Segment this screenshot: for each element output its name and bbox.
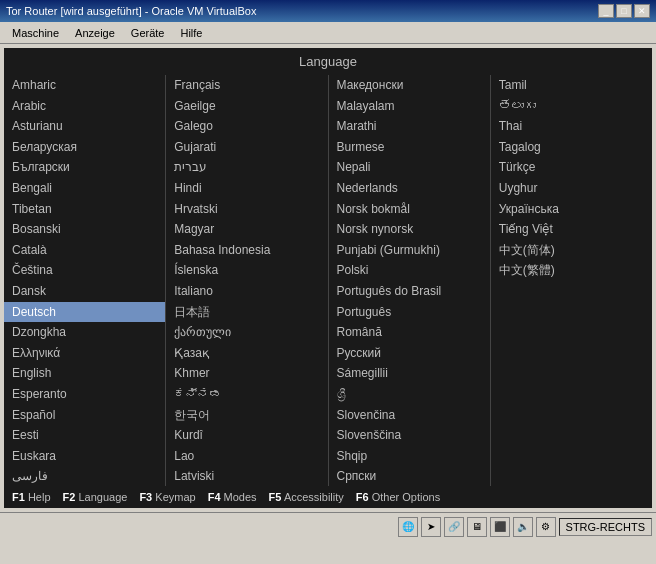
list-item[interactable]: Tiếng Việt: [491, 219, 652, 240]
list-item[interactable]: Українська: [491, 199, 652, 220]
menu-geraete[interactable]: Geräte: [123, 25, 173, 41]
list-item[interactable]: Bosanski: [4, 219, 165, 240]
fn-help[interactable]: F1 Help: [12, 491, 61, 503]
menu-anzeige[interactable]: Anzeige: [67, 25, 123, 41]
list-item[interactable]: Tibetan: [4, 199, 165, 220]
list-item[interactable]: Galego: [166, 116, 327, 137]
taskbar-icon-arrow[interactable]: ➤: [421, 517, 441, 537]
list-item[interactable]: עברית: [166, 157, 327, 178]
list-item[interactable]: Khmer: [166, 363, 327, 384]
list-item[interactable]: 中文(简体): [491, 240, 652, 261]
list-item[interactable]: Eesti: [4, 425, 165, 446]
list-item[interactable]: Euskara: [4, 446, 165, 467]
list-item[interactable]: Nederlands: [329, 178, 490, 199]
taskbar-icon-sound[interactable]: 🔈: [513, 517, 533, 537]
menu-bar: Maschine Anzeige Geräte Hilfe: [0, 22, 656, 44]
list-item[interactable]: ශ්‍රී: [329, 384, 490, 405]
list-item[interactable]: Türkçe: [491, 157, 652, 178]
list-item[interactable]: Íslenska: [166, 260, 327, 281]
language-column-4: Tamil తెలుగు Thai Tagalog Türkçe Uyghur …: [491, 75, 652, 486]
fn-other-options[interactable]: F6 Other Options: [356, 491, 450, 503]
menu-hilfe[interactable]: Hilfe: [172, 25, 210, 41]
list-item[interactable]: 한국어: [166, 405, 327, 426]
list-item[interactable]: Română: [329, 322, 490, 343]
language-list: Amharic Arabic Asturianu Беларуская Бълг…: [4, 75, 652, 486]
list-item[interactable]: Српски: [329, 466, 490, 486]
list-item[interactable]: Uyghur: [491, 178, 652, 199]
list-item[interactable]: Slovenščina: [329, 425, 490, 446]
list-item[interactable]: Sámegillii: [329, 363, 490, 384]
list-item[interactable]: Hrvatski: [166, 199, 327, 220]
list-item[interactable]: ქართული: [166, 322, 327, 343]
taskbar-time: STRG-RECHTS: [559, 518, 652, 536]
fn-accessibility[interactable]: F5 Accessibility: [269, 491, 354, 503]
list-item[interactable]: Русский: [329, 343, 490, 364]
language-column-2: Français Gaeilge Galego Gujarati עברית H…: [166, 75, 328, 486]
list-item[interactable]: Tamil: [491, 75, 652, 96]
language-header: Language: [4, 48, 652, 75]
list-item[interactable]: Marathi: [329, 116, 490, 137]
list-item[interactable]: Hindi: [166, 178, 327, 199]
fn-keymap[interactable]: F3 Keymap: [139, 491, 205, 503]
list-item[interactable]: Gujarati: [166, 137, 327, 158]
list-item[interactable]: Shqip: [329, 446, 490, 467]
list-item[interactable]: Lao: [166, 446, 327, 467]
list-item[interactable]: Italiano: [166, 281, 327, 302]
list-item[interactable]: Български: [4, 157, 165, 178]
list-item[interactable]: Português do Brasil: [329, 281, 490, 302]
list-item[interactable]: Македонски: [329, 75, 490, 96]
title-bar-text: Tor Router [wird ausgeführt] - Oracle VM…: [6, 5, 256, 17]
list-item[interactable]: Kurdî: [166, 425, 327, 446]
list-item[interactable]: Gaeilge: [166, 96, 327, 117]
list-item[interactable]: Thai: [491, 116, 652, 137]
menu-maschine[interactable]: Maschine: [4, 25, 67, 41]
list-item[interactable]: Magyar: [166, 219, 327, 240]
list-item[interactable]: Burmese: [329, 137, 490, 158]
maximize-button[interactable]: □: [616, 4, 632, 18]
taskbar-icon-display[interactable]: 🖥: [467, 517, 487, 537]
list-item[interactable]: Қазақ: [166, 343, 327, 364]
fn-modes[interactable]: F4 Modes: [208, 491, 267, 503]
list-item[interactable]: Bahasa Indonesia: [166, 240, 327, 261]
list-item[interactable]: Norsk bokmål: [329, 199, 490, 220]
list-item[interactable]: Čeština: [4, 260, 165, 281]
taskbar-icon-link[interactable]: 🔗: [444, 517, 464, 537]
list-item[interactable]: فارسی: [4, 466, 165, 486]
close-button[interactable]: ✕: [634, 4, 650, 18]
list-item[interactable]: Português: [329, 302, 490, 323]
fn-language[interactable]: F2 Language: [63, 491, 138, 503]
minimize-button[interactable]: _: [598, 4, 614, 18]
main-content: Language Amharic Arabic Asturianu Белару…: [4, 48, 652, 508]
list-item[interactable]: Беларуская: [4, 137, 165, 158]
list-item[interactable]: ಕನ್ನಡ: [166, 384, 327, 405]
list-item[interactable]: English: [4, 363, 165, 384]
taskbar-icon-network[interactable]: 🌐: [398, 517, 418, 537]
list-item[interactable]: Punjabi (Gurmukhi): [329, 240, 490, 261]
list-item[interactable]: Norsk nynorsk: [329, 219, 490, 240]
list-item[interactable]: Latviski: [166, 466, 327, 486]
list-item[interactable]: Slovenčina: [329, 405, 490, 426]
list-item[interactable]: Dzongkha: [4, 322, 165, 343]
taskbar-icon-usb[interactable]: ⬛: [490, 517, 510, 537]
title-bar-buttons[interactable]: _ □ ✕: [598, 4, 650, 18]
list-item[interactable]: Tagalog: [491, 137, 652, 158]
list-item[interactable]: తెలుగు: [491, 96, 652, 117]
list-item[interactable]: Nepali: [329, 157, 490, 178]
list-item[interactable]: Arabic: [4, 96, 165, 117]
list-item[interactable]: Dansk: [4, 281, 165, 302]
list-item[interactable]: Español: [4, 405, 165, 426]
language-column-3: Македонски Malayalam Marathi Burmese Nep…: [329, 75, 491, 486]
list-item[interactable]: Ελληνικά: [4, 343, 165, 364]
list-item[interactable]: 中文(繁體): [491, 260, 652, 281]
taskbar-icon-settings[interactable]: ⚙: [536, 517, 556, 537]
list-item[interactable]: Français: [166, 75, 327, 96]
list-item[interactable]: Català: [4, 240, 165, 261]
list-item[interactable]: Amharic: [4, 75, 165, 96]
list-item[interactable]: Malayalam: [329, 96, 490, 117]
list-item[interactable]: Asturianu: [4, 116, 165, 137]
list-item[interactable]: Polski: [329, 260, 490, 281]
list-item-selected[interactable]: Deutsch: [4, 302, 165, 323]
list-item[interactable]: Bengali: [4, 178, 165, 199]
list-item[interactable]: 日本語: [166, 302, 327, 323]
list-item[interactable]: Esperanto: [4, 384, 165, 405]
